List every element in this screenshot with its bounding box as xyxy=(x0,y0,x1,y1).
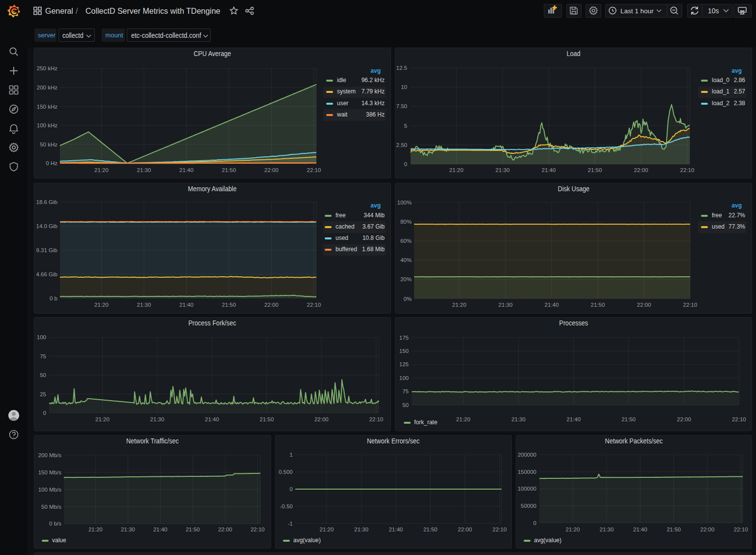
svg-text:10s: 10s xyxy=(708,7,719,15)
svg-text:Last 1 hour: Last 1 hour xyxy=(620,7,654,15)
